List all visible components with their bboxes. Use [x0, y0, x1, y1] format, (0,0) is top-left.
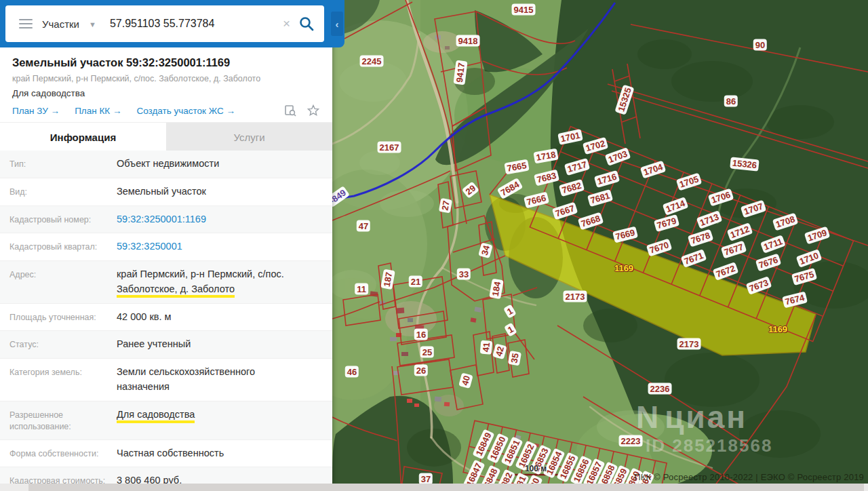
parcel-label[interactable]: 2167 [378, 142, 401, 153]
parcel-label[interactable]: 2245 [360, 56, 384, 67]
info-row-value: Земельный участок [117, 184, 320, 199]
info-rows: Тип:Объект недвижимостиВид:Земельный уча… [0, 151, 332, 491]
menu-filter-icon[interactable] [19, 16, 33, 31]
info-row: Вид:Земельный участок [0, 178, 332, 206]
selected-parcel-label[interactable]: 1169 [766, 323, 789, 335]
info-row: Категория земель:Земли сельскохозяйствен… [0, 359, 332, 401]
info-row: Тип:Объект недвижимости [0, 151, 332, 178]
object-purpose: Для садоводства [12, 88, 320, 98]
tab-services[interactable]: Услуги [166, 123, 332, 151]
magnifier-icon [298, 16, 315, 32]
collapse-panel-button[interactable]: ‹ [331, 12, 343, 36]
info-row: Статус:Ранее учтенный [0, 331, 332, 359]
search-button[interactable] [298, 16, 315, 32]
chevron-down-icon: ▼ [89, 20, 96, 28]
info-row-value: край Пермский, р-н Пермский, с/пос.Забол… [117, 267, 320, 297]
satellite-map[interactable]: 9415941894172245216747908615325153261701… [332, 0, 868, 491]
parcel-label[interactable]: 90 [753, 39, 767, 51]
parcel-label[interactable]: 47 [357, 220, 370, 232]
info-row-value: Ранее учтенный [117, 337, 320, 352]
map-attribution: ПКК © Росреестр 2010-2022 | ЕЭКО © Росре… [634, 472, 864, 482]
chevron-left-icon: ‹ [336, 18, 339, 30]
tab-information[interactable]: Информация [0, 123, 166, 151]
doc-search-icon[interactable] [283, 104, 297, 117]
parcel-label[interactable]: 41 [480, 340, 493, 355]
parcel-label[interactable]: 25 [420, 347, 434, 358]
parcel-label[interactable]: 2173 [564, 291, 587, 302]
search-category-dropdown[interactable]: Участки ▼ [42, 18, 108, 30]
parcel-label[interactable]: 35 [508, 350, 521, 366]
parcel-label[interactable]: 27 [439, 197, 452, 213]
horizontal-scrollbar-thumb[interactable] [28, 484, 864, 491]
info-row-label: Кадастровый квартал: [9, 239, 117, 254]
parcel-label[interactable]: 86 [724, 96, 738, 107]
info-row-value: Объект недвижимости [117, 157, 320, 172]
info-row-label: Форма собственности: [9, 446, 117, 461]
info-panel: Земельный участок 59:32:3250001:1169 кра… [0, 0, 332, 484]
search-header: Участки ▼ × [0, 0, 344, 47]
selected-parcel-label[interactable]: 1169 [612, 262, 635, 274]
parcel-label[interactable]: 26 [414, 365, 428, 376]
parcel-label[interactable]: 46 [345, 366, 359, 378]
info-row-value: 42 000 кв. м [117, 310, 320, 325]
info-row-value[interactable]: 59:32:3250001 [117, 239, 320, 254]
info-row-value: Частная собственность [117, 446, 320, 461]
plan-links-row: План ЗУ →План КК →Создать участок ЖС → [12, 104, 320, 117]
info-row: Форма собственности:Частная собственност… [0, 440, 332, 468]
info-row-value[interactable]: 59:32:3250001:1169 [117, 212, 320, 227]
info-row-value: Для садоводства [117, 408, 320, 433]
search-card: Участки ▼ × [5, 5, 324, 42]
page-title: Земельный участок 59:32:3250001:1169 [12, 56, 320, 69]
parcel-label[interactable]: 2236 [648, 383, 672, 395]
parcel-label[interactable]: 33 [457, 269, 471, 280]
clear-search-icon[interactable]: × [283, 16, 290, 31]
info-row-label: Кадастровый номер: [9, 212, 117, 227]
parcel-label[interactable]: 11 [355, 283, 368, 295]
info-row-label: Адрес: [9, 267, 117, 297]
scale-label: 100 м [515, 464, 556, 473]
plan-link-2[interactable]: Создать участок ЖС → [136, 106, 235, 116]
plan-link-0[interactable]: План ЗУ → [12, 106, 60, 116]
info-row: Адрес:край Пермский, р-н Пермский, с/пос… [0, 261, 332, 304]
map-canvas [332, 0, 868, 491]
parcel-label[interactable]: 9418 [456, 35, 480, 47]
parcel-label[interactable]: 2223 [619, 435, 643, 447]
info-row-label: Разрешенное использование: [9, 408, 117, 433]
info-row-value: Земли сельскохозяйственногоназначения [117, 365, 320, 395]
parcel-label[interactable]: 2173 [677, 338, 701, 350]
object-address-subtitle: край Пермский, р-н Пермский, с/пос. Забо… [12, 74, 320, 83]
info-row-label: Категория земель: [9, 365, 117, 395]
info-row: Площадь уточненная:42 000 кв. м [0, 304, 332, 332]
parcel-label[interactable]: 37 [419, 473, 433, 485]
parcel-label[interactable]: 21 [409, 276, 422, 288]
info-row-label: Тип: [9, 157, 117, 172]
object-summary: Земельный участок 59:32:3250001:1169 кра… [0, 47, 332, 122]
parcel-label[interactable]: 9415 [512, 4, 536, 16]
info-row: Разрешенное использование:Для садоводств… [0, 401, 332, 440]
search-input[interactable] [108, 17, 275, 31]
parcel-label[interactable]: 16 [414, 329, 428, 340]
info-row: Кадастровый номер:59:32:3250001:1169 [0, 206, 332, 234]
panel-tabs: ИнформацияУслуги [0, 122, 332, 151]
info-row-label: Вид: [9, 184, 117, 199]
favorite-star-icon[interactable] [307, 104, 320, 117]
search-category-label: Участки [42, 18, 79, 30]
cadastral-map-app: 9415941894172245216747908615325153261701… [0, 0, 868, 491]
info-row-label: Статус: [9, 337, 117, 352]
plan-link-1[interactable]: План КК → [75, 106, 121, 116]
info-row-label: Площадь уточненная: [9, 310, 117, 325]
info-row: Кадастровый квартал:59:32:3250001 [0, 233, 332, 261]
horizontal-scrollbar [0, 484, 868, 491]
